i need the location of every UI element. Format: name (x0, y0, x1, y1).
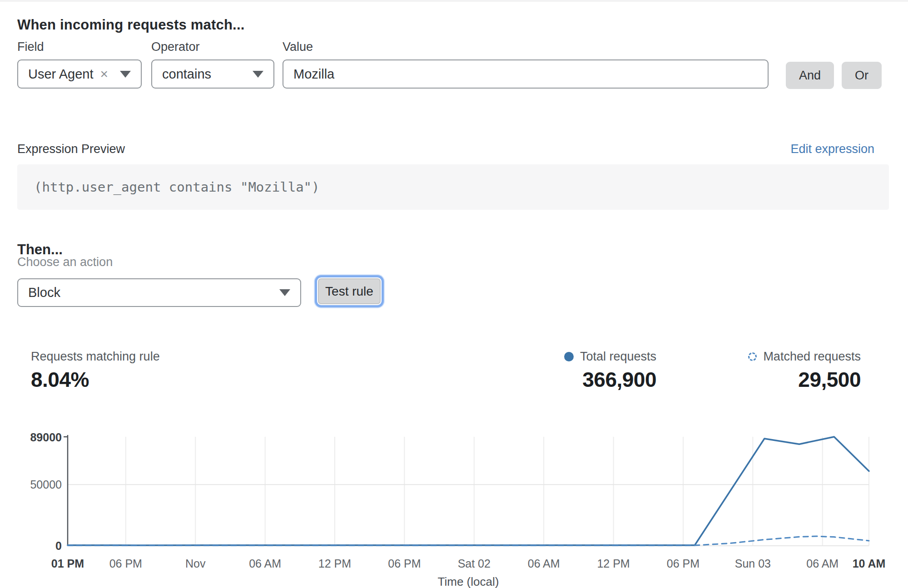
x-tick-label: Nov (185, 557, 206, 570)
x-axis-title: Time (local) (438, 575, 499, 588)
action-select-value: Block (28, 285, 60, 300)
or-button[interactable]: Or (842, 62, 882, 89)
requests-matching-stat: Requests matching rule 8.04% (31, 350, 160, 390)
y-tick-label: 0 (55, 539, 62, 552)
x-tick-label: 06 PM (388, 557, 421, 570)
requests-chart: 0500008900001 PM06 PMNov06 AM12 PM06 PMS… (0, 422, 908, 588)
value-label: Value (283, 40, 313, 54)
x-tick-label: 12 PM (597, 557, 630, 570)
and-button[interactable]: And (786, 62, 834, 89)
action-select[interactable]: Block (17, 278, 301, 307)
operator-label: Operator (151, 40, 200, 54)
x-tick-label: 06 PM (109, 557, 142, 570)
choose-action-label: Choose an action (17, 255, 113, 269)
expression-code: (http.user_agent contains "Mozilla") (17, 179, 320, 195)
x-tick-label: 10 AM (853, 557, 886, 570)
series-matched-requests (68, 536, 869, 545)
requests-matching-label: Requests matching rule (31, 350, 160, 364)
x-tick-label: 06 AM (528, 557, 560, 570)
total-requests-label: Total requests (580, 350, 656, 364)
test-rule-button[interactable]: Test rule (318, 278, 381, 304)
requests-matching-value: 8.04% (31, 369, 160, 390)
field-label: Field (17, 40, 44, 54)
chevron-down-icon (120, 71, 131, 78)
y-tick-label: 89000 (30, 431, 62, 444)
matched-requests-stat: Matched requests 29,500 (748, 350, 861, 390)
y-tick-label: 50000 (30, 478, 62, 491)
page-title: When incoming requests match... (17, 17, 245, 33)
x-tick-label: 01 PM (51, 557, 84, 570)
chevron-down-icon (253, 71, 263, 78)
x-tick-label: Sat 02 (458, 557, 491, 570)
x-tick-label: 06 AM (806, 557, 839, 570)
series-total-requests (68, 437, 869, 545)
expression-preview-label: Expression Preview (17, 142, 125, 156)
field-select-value: User Agent (28, 67, 93, 82)
chevron-down-icon (279, 289, 290, 296)
value-input[interactable]: Mozilla (283, 59, 769, 89)
matched-requests-value: 29,500 (748, 369, 861, 390)
edit-expression-link[interactable]: Edit expression (790, 142, 874, 156)
operator-select-value: contains (162, 67, 211, 82)
total-requests-value: 366,900 (564, 369, 656, 390)
matched-requests-label: Matched requests (763, 350, 861, 364)
matched-requests-legend-ring-icon (748, 352, 757, 361)
total-requests-legend-dot-icon (564, 352, 574, 361)
value-input-text: Mozilla (293, 67, 334, 82)
x-tick-label: 06 PM (667, 557, 700, 570)
x-tick-label: 06 AM (249, 557, 281, 570)
total-requests-stat: Total requests 366,900 (564, 350, 656, 390)
operator-select[interactable]: contains (151, 59, 274, 89)
expression-preview-box: (http.user_agent contains "Mozilla") (17, 164, 889, 210)
screenshot-top-edge (0, 0, 908, 2)
x-tick-label: 12 PM (318, 557, 351, 570)
field-select[interactable]: User Agent × (17, 59, 142, 89)
clear-field-icon[interactable]: × (100, 67, 120, 81)
x-tick-label: Sun 03 (735, 557, 771, 570)
